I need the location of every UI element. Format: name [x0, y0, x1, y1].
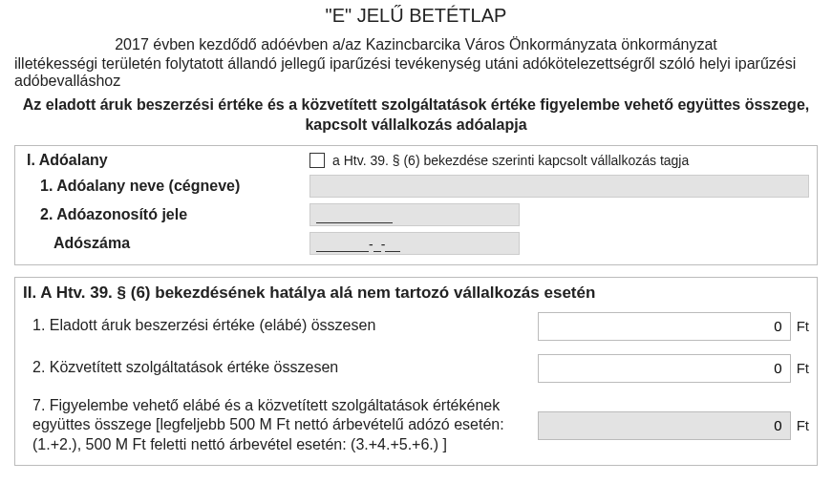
elabe-osszesen-label: 1. Eladott áruk beszerzési értéke (elábé… — [23, 316, 538, 336]
section-adóalany: I. Adóalany a Htv. 39. § (6) bekezdése s… — [14, 145, 818, 265]
page-title: "E" JELŰ BETÉTLAP — [14, 5, 818, 27]
section-htv: II. A Htv. 39. § (6) bekezdésének hatály… — [14, 277, 818, 466]
adóazonosító-label: 2. Adóazonosító jele — [23, 206, 309, 223]
unit-ft-1: Ft — [797, 318, 809, 334]
subject-heading: Az eladott áruk beszerzési értéke és a k… — [14, 95, 818, 136]
kapcsolt-vallalkozas-label: a Htv. 39. § (6) bekezdése szerinti kapc… — [332, 153, 689, 168]
adószáma-label: Adószáma — [23, 235, 309, 252]
adóalany-neve-input[interactable] — [309, 175, 809, 198]
kozvetitett-szolg-input[interactable] — [538, 354, 791, 383]
elabe-osszesen-input[interactable] — [538, 312, 791, 341]
intro-text-2: illetékességi területén folytatott állan… — [14, 55, 818, 90]
unit-ft-2: Ft — [797, 360, 809, 376]
figyelembe-veheto-label: 7. Figyelembe vehető elábé és a közvetít… — [23, 396, 538, 455]
unit-ft-7: Ft — [797, 417, 809, 433]
kapcsolt-vallalkozas-checkbox[interactable] — [309, 153, 325, 168]
adóalany-neve-label: 1. Adóalany neve (cégneve) — [23, 178, 309, 195]
adóazonosító-input[interactable] — [309, 203, 520, 226]
adószáma-input[interactable]: -- — [309, 232, 520, 255]
figyelembe-veheto-input — [538, 411, 791, 440]
section2-title: II. A Htv. 39. § (6) bekezdésének hatály… — [23, 284, 809, 303]
section1-title: I. Adóalany — [23, 152, 309, 169]
kozvetitett-szolg-label: 2. Közvetített szolgáltatások értéke öss… — [23, 358, 538, 378]
intro-text-1: 2017 évben kezdődő adóévben a/az Kazincb… — [14, 36, 818, 53]
